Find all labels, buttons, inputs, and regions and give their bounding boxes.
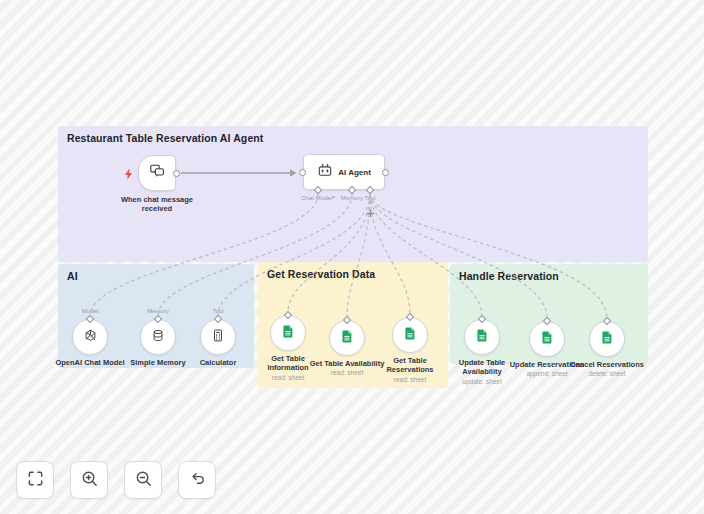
zoom-in-button[interactable] [70, 461, 108, 499]
zoom-to-fit-button[interactable] [16, 461, 54, 499]
add-tool-button[interactable] [364, 207, 376, 219]
sticky-note-title: Restaurant Table Reservation AI Agent [58, 126, 648, 150]
undo-icon [188, 469, 207, 492]
google-sheets-icon [540, 330, 554, 349]
zoom-to-fit-icon [26, 469, 45, 492]
node-label: When chat message received [102, 195, 212, 214]
zoom-in-icon [80, 469, 99, 492]
node-subtitle: update: sheet [432, 378, 532, 386]
trigger-bolt-icon [124, 166, 133, 184]
subnode-port-label: Tool [168, 308, 268, 314]
zoom-out-icon [134, 469, 153, 492]
sticky-note-title: Handle Reservation [450, 264, 648, 288]
node-label: Cancel Reservations delete: sheet [557, 360, 657, 379]
workflow-canvas[interactable]: Restaurant Table Reservation AI Agent AI… [0, 0, 704, 514]
undo-button[interactable] [178, 461, 216, 499]
canvas-toolbar [16, 461, 216, 499]
trigger-output-port[interactable] [173, 170, 180, 177]
zoom-out-button[interactable] [124, 461, 162, 499]
robot-icon [317, 163, 333, 181]
sticky-note-title: Get Reservation Data [258, 262, 448, 286]
google-sheets-icon [340, 329, 354, 348]
google-sheets-icon [403, 326, 417, 345]
agent-output-port[interactable] [382, 169, 389, 176]
google-sheets-icon [600, 330, 614, 349]
node-cancel-reservations[interactable]: Cancel Reservations delete: sheet [557, 321, 657, 379]
node-subtitle: delete: sheet [557, 370, 657, 378]
openai-icon [83, 328, 98, 347]
chat-bubbles-icon [148, 163, 166, 183]
agent-tool-port-label: Tool [340, 195, 400, 201]
google-sheets-icon [281, 324, 295, 343]
node-label: AI Agent [338, 168, 371, 177]
sticky-note-title: AI [58, 264, 254, 288]
node-ai-agent[interactable]: AI Agent Chat Model* Memory Tool [303, 154, 385, 190]
agent-input-port[interactable] [299, 169, 306, 176]
node-chat-trigger[interactable]: When chat message received [138, 155, 176, 191]
google-sheets-icon [475, 328, 489, 347]
calculator-icon [211, 328, 225, 347]
database-icon [151, 328, 165, 347]
sticky-note-main[interactable]: Restaurant Table Reservation AI Agent [58, 126, 648, 262]
